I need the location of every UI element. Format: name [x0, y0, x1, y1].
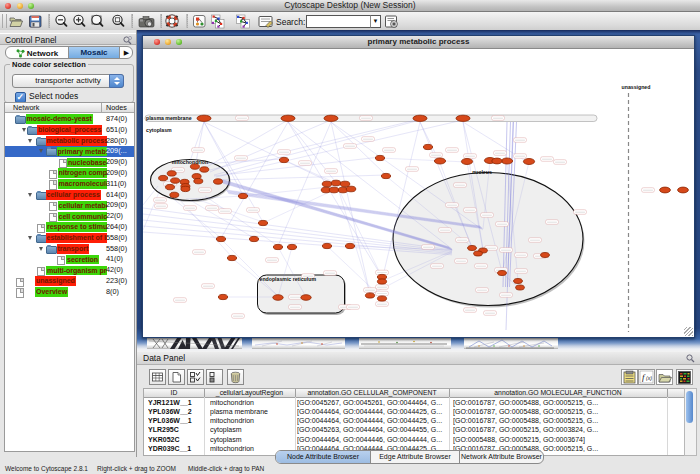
svg-text:cytoplasm: cytoplasm [146, 127, 172, 133]
svg-text:mitochondrion: mitochondrion [172, 159, 208, 165]
svg-text:plasma membrane: plasma membrane [146, 115, 192, 121]
svg-text:nucleus: nucleus [472, 169, 492, 175]
svg-text:(x): (x) [646, 375, 652, 381]
svg-text:endoplasmic reticulum: endoplasmic reticulum [260, 276, 317, 282]
svg-text:unassigned: unassigned [622, 84, 651, 90]
